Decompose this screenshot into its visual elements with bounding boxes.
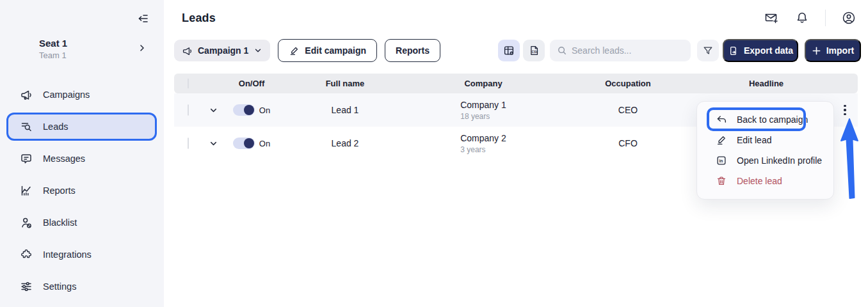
seat-selector[interactable]: Seat 1 Team 1 [0,38,164,60]
sliders-icon [20,280,33,293]
view-toggle: CSV [498,40,545,61]
lead-search-icon [20,120,33,133]
sidebar: Seat 1 Team 1 Campaigns Leads [0,0,164,307]
megaphone-icon [20,88,33,101]
on-off-toggle[interactable] [233,104,255,116]
chevron-down-icon [253,46,262,55]
sidebar-item-blacklist[interactable]: Blacklist [6,209,157,237]
collapse-sidebar-icon[interactable] [133,10,151,28]
edit-pencil-icon [716,134,727,146]
sidebar-item-campaigns[interactable]: Campaigns [6,81,157,109]
toggle-label: On [259,106,270,115]
chart-icon [20,184,33,197]
sidebar-item-integrations[interactable]: Integrations [6,240,157,269]
campaign-selector[interactable]: Campaign 1 [174,40,270,61]
toggle-label: On [259,139,270,148]
menu-item-label: Edit lead [737,135,771,145]
row-checkbox[interactable] [188,138,189,149]
topbar: Leads [164,0,868,36]
user-circle-icon[interactable] [841,10,856,26]
sidebar-item-settings[interactable]: Settings [6,272,157,301]
row-actions-menu: Back to campaign Edit lead in Open Linke… [696,101,834,200]
column-header-full-name: Full name [279,79,411,88]
cell-occupation: CFO [556,138,700,148]
search-icon [556,45,568,56]
message-icon [20,152,33,165]
main-content: Leads [164,0,868,307]
sidebar-item-label: Reports [43,185,76,196]
sidebar-item-label: Settings [43,281,76,292]
menu-item-open-linkedin-profile[interactable]: in Open LinkedIn profile [697,150,833,171]
reports-button[interactable]: Reports [385,39,440,62]
reports-button-label: Reports [396,45,430,56]
cell-company: Company 1 [460,100,506,110]
cell-full-name: Lead 2 [279,138,411,148]
sidebar-item-label: Blacklist [43,217,77,228]
column-header-headline: Headline [700,79,832,88]
sidebar-item-leads[interactable]: Leads [6,113,157,141]
export-data-label: Export data [744,45,793,56]
trash-icon [716,175,727,187]
chevron-down-icon[interactable] [202,106,224,115]
search-input[interactable] [550,40,691,61]
sidebar-item-label: Integrations [43,249,92,260]
column-header-company: Company [411,79,556,88]
menu-item-edit-lead[interactable]: Edit lead [697,130,833,150]
undo-arrow-icon [716,114,727,125]
menu-item-back-to-campaign[interactable]: Back to campaign [697,109,833,130]
cell-company-sub: 3 years [460,145,506,154]
cell-company: Company 2 [460,133,506,143]
search-box [550,40,691,61]
export-data-button[interactable]: Export data [723,39,798,62]
menu-item-label: Back to campaign [737,114,808,125]
row-actions-kebab-icon[interactable] [832,102,858,118]
column-header-occupation: Occupation [556,79,700,88]
topbar-divider [825,10,826,26]
sidebar-item-label: Campaigns [43,90,90,100]
cell-occupation: CEO [556,105,700,115]
toolbar: Campaign 1 Edit campaign Reports C [174,39,861,62]
sidebar-item-label: Leads [43,122,68,132]
menu-item-label: Delete lead [737,176,782,186]
puzzle-icon [20,248,33,261]
file-export-icon [728,45,739,56]
select-all-checkbox[interactable] [188,78,189,89]
sidebar-item-label: Messages [43,154,85,164]
page-title: Leads [182,12,216,25]
plus-icon [812,46,821,56]
edit-pencil-icon [289,45,300,56]
svg-text:in: in [719,159,723,163]
cell-company-sub: 18 years [460,112,506,121]
mail-plus-icon[interactable] [764,10,779,26]
edit-campaign-label: Edit campaign [305,45,366,56]
campaign-selector-label: Campaign 1 [198,45,248,56]
table-view-icon[interactable] [498,40,520,61]
blocked-user-icon [20,216,33,229]
import-button[interactable]: Import [805,39,861,62]
menu-item-label: Open LinkedIn profile [737,155,822,166]
sidebar-item-reports[interactable]: Reports [6,177,157,205]
megaphone-icon [182,45,193,56]
chevron-right-icon [137,43,147,53]
bell-icon[interactable] [794,10,810,26]
sidebar-nav: Campaigns Leads Messages [6,81,157,304]
table-header-row: On/Off Full name Company Occupation Head… [174,74,858,93]
import-label: Import [826,45,855,56]
row-checkbox[interactable] [188,104,189,116]
svg-text:CSV: CSV [532,51,539,54]
on-off-toggle[interactable] [233,138,255,149]
edit-campaign-button[interactable]: Edit campaign [278,39,377,62]
funnel-filter-icon[interactable] [697,40,719,61]
cell-full-name: Lead 1 [279,105,411,115]
linkedin-icon: in [716,155,727,166]
column-header-on-off: On/Off [224,79,279,88]
csv-view-icon[interactable]: CSV [523,40,545,61]
sidebar-item-messages[interactable]: Messages [6,145,157,173]
menu-item-delete-lead[interactable]: Delete lead [697,171,833,191]
chevron-down-icon[interactable] [202,139,224,148]
